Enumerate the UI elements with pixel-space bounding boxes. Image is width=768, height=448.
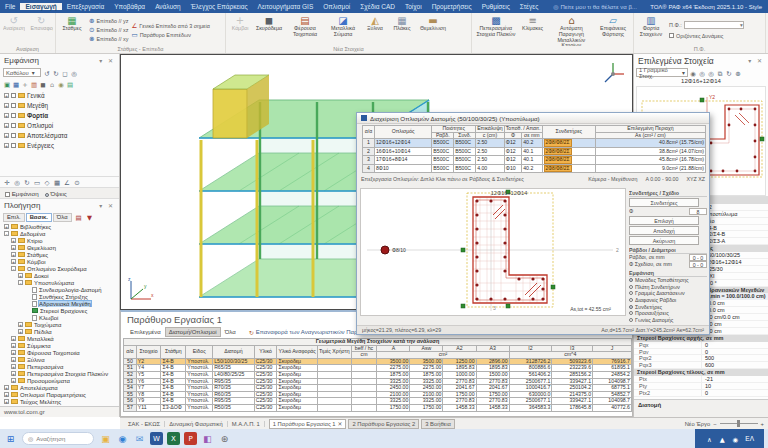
dialog-table-cell[interactable]: 2.50 [476,139,505,148]
table-cell[interactable]: 3325.00 [410,398,443,405]
workspace-tab-0[interactable]: Επιλεγμένα [127,328,164,336]
table-cell[interactable]: 104098.7 [593,398,632,405]
nav-tree-item-8[interactable]: -Υποστυλώματα [2,279,119,286]
table-cell[interactable]: 2041.67 [476,385,509,392]
table-cell[interactable]: 1458.33 [476,404,509,411]
table-cell[interactable]: 1895.83 [476,365,509,372]
nav-tree-item-22[interactable]: +Προσομοιώματα [2,377,119,384]
table-cell[interactable]: 56 [124,398,137,405]
table-cell[interactable]: 250104.2 [552,385,593,392]
nav-tree-item-16[interactable]: +Μεταλλικά [2,335,119,342]
table-cell[interactable]: C25/30 [254,358,277,365]
table-cell[interactable]: 1000416.7 [509,385,552,392]
dialog-table-row[interactable]: 216Φ16+10Φ14B500CB500C2.50Φ1240.12Φ8/Φ8/… [363,147,706,156]
table-cell[interactable] [317,391,351,398]
as-cell[interactable]: 40.8cm² (15.75/cm) [595,139,705,148]
ribbon-tab-7[interactable]: Οπλισμοί [318,3,355,10]
item-checkbox[interactable] [11,143,16,148]
panel-dock-icons[interactable]: ▾ ✕ [99,57,115,64]
table-cell[interactable]: R50/35 [213,404,255,411]
dialog-table-cell[interactable]: 12Φ16+12Φ14 [374,139,431,148]
table-cell[interactable]: Σκυρόδεμ [277,358,317,365]
ribbon-tab-3[interactable]: Υποβάθρα [109,3,150,10]
table-cell[interactable]: 2770.83 [476,378,509,385]
website-link[interactable]: www.tol.com.gr [0,406,119,417]
dialog-table-cell[interactable]: B500C [432,156,454,165]
table-cell[interactable]: Υποστύλ. [186,391,213,398]
stirrup-cell[interactable]: 2Φ8/Φ8/2Σ [542,147,595,156]
display-option-6[interactable]: Γωνίες Διατομής [629,317,707,324]
display-option-0[interactable]: Μονάδες Τοποθέτησης [629,277,707,284]
table-cell[interactable]: Σ4-Β [161,365,186,372]
table-cell[interactable]: C25/30 [254,371,277,378]
table-cell[interactable]: Υποστύλ. [186,365,213,372]
table-cell[interactable]: 3500.00 [410,358,443,365]
table-cell[interactable]: 3500.00 [377,358,410,365]
dialog-table-cell[interactable]: B500C [432,139,454,148]
table-cell[interactable]: C25/30 [254,365,277,372]
element-loads-button[interactable]: ▥Φορτία Στοιχείων [636,14,666,46]
table-row[interactable]: 56Υ9Σ4-ΒΥποστύλ.R95/35C25/30Σκυρόδεμ3325… [124,398,632,405]
property-row[interactable]: Ρtx-21 [634,376,768,383]
table-cell[interactable]: Υ7 [136,385,161,392]
table-cell[interactable]: 339427.1 [552,378,593,385]
dialog-table-cell[interactable]: Φ10 [504,164,521,173]
nav-tree-item-19[interactable]: +Ξύλινα [2,356,119,363]
table-cell[interactable] [317,398,351,405]
dialog-table-row[interactable]: 48Φ10B500CB500C4.00Φ1040.22Φ8/Φ8/2Σ9.0cm… [363,164,706,173]
table-cell[interactable]: 57 [124,404,137,411]
table-cell[interactable]: C25/30 [254,385,277,392]
stirrups-button[interactable]: Συνδετήρες [629,198,699,207]
table-cell[interactable]: Σκυρόδεμ [277,404,317,411]
nav-tree-item-12[interactable]: Στερεοί Βραχίονες [2,307,119,314]
table-cell[interactable]: 1458.33 [443,404,476,411]
undo-button[interactable]: ↺Αναίρεση [2,14,26,46]
table-cell[interactable]: Σ4-Β [161,385,186,392]
nav-tree-item-23[interactable]: +Αποτελέσματα [2,384,119,391]
dialog-table-cell[interactable]: B500C [454,139,476,148]
nav-tree-item-15[interactable]: +Πέδιλα [2,328,119,335]
table-cell[interactable] [351,358,377,365]
dialog-table-cell[interactable]: 4.00 [476,164,505,173]
window-tab-0[interactable]: 1 Παράθυρο Εργασίας 1✕ [269,419,347,429]
cancel-button[interactable]: Ακύρωση [629,236,699,245]
dialog-table-cell[interactable]: B500C [432,147,454,156]
table-cell[interactable]: Υ11 [136,404,161,411]
nav-tree-item-4[interactable]: +Στάθμες [2,251,119,258]
tell-me-search[interactable]: ◎ Πείτε μου τι θα θέλατε να β... [553,3,637,10]
nav-tab-1[interactable]: Βασικ. [26,213,52,222]
stirrup-cell[interactable]: 2Φ8/Φ8/2Σ [542,156,595,165]
expand-icon[interactable]: + [11,252,16,257]
dialog-table-row[interactable]: 317Φ16+8Φ14B500CB500C2.50Φ1240.12Φ8/Φ8/2… [363,156,706,165]
table-cell[interactable]: Σκυρόδεμ [277,398,317,405]
dialog-table-cell[interactable]: Φ12 [504,156,521,165]
expand-icon[interactable]: + [4,103,9,108]
table-cell[interactable]: 50 [124,358,137,365]
table-cell[interactable] [317,404,351,411]
expand-icon[interactable]: + [11,378,16,383]
table-cell[interactable]: L40/80/25/25 [213,371,255,378]
accept-button[interactable]: Αποδοχή [629,226,699,235]
table-row[interactable]: 50Υ2Σ4-ΒΥποστύλ.L50/100/30/25C25/30Σκυρό… [124,358,632,365]
display-tree-item-1[interactable]: +Μεγέθη [0,100,119,110]
nav-tree-item-24[interactable]: +Οπλισμοί Παραμετρήσεις [2,391,119,398]
table-cell[interactable]: 509323.6 [552,358,593,365]
table-cell[interactable]: 3325.00 [377,378,410,385]
nav-tree-item-10[interactable]: Συνθήκες Στήριξης [2,293,119,300]
expand-icon[interactable]: + [4,123,9,128]
table-cell[interactable]: 1750.00 [443,391,476,398]
table-cell[interactable]: 364583.3 [509,404,552,411]
nav-tree-item-13[interactable]: Κλωβοί [2,314,119,321]
excel-icon[interactable]: X [167,432,180,445]
table-cell[interactable]: 2275.00 [410,365,443,372]
table-cell[interactable]: 2500677.1 [509,398,552,405]
nav-tree-item-6[interactable]: -Οπλισμένο Σκυρόδεμα [2,265,119,272]
horizontal-forces-checkbox[interactable] [669,33,674,38]
masonry-button[interactable]: ▤Φέρουσα Τοιχοποιία [286,14,324,46]
expand-icon[interactable]: + [18,322,23,327]
table-row[interactable]: 55Υ8Σ4-ΒΥποστύλ.R60/35C25/30Σκυρόδεμ2100… [124,391,632,398]
table-cell[interactable] [351,391,377,398]
tab-display[interactable]: Εμφάνιση [5,190,39,197]
workspace-tab-1[interactable]: Διατομή/Οπλισμοί [166,328,220,336]
as-cell[interactable]: 38.8cm² (14.07/cm) [595,147,705,156]
